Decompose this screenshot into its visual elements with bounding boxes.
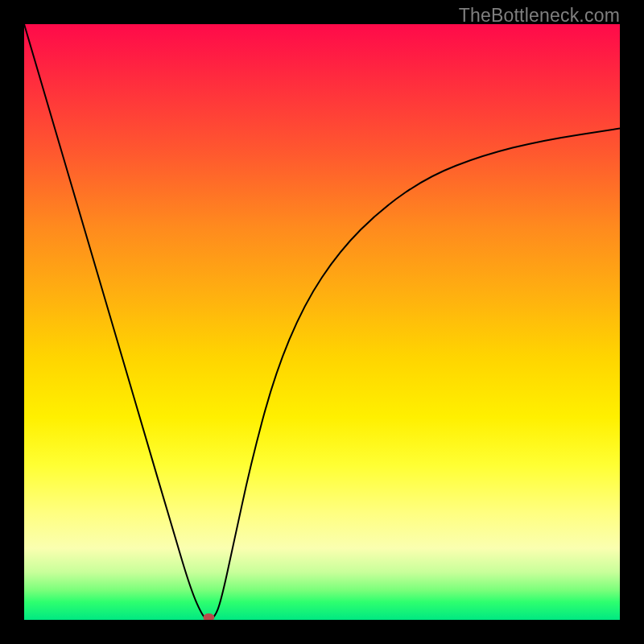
watermark-text: TheBottleneck.com — [459, 5, 620, 27]
minimum-marker — [203, 613, 214, 620]
plot-area — [24, 24, 620, 620]
bottleneck-curve — [24, 24, 620, 620]
chart-frame: TheBottleneck.com — [0, 0, 644, 644]
